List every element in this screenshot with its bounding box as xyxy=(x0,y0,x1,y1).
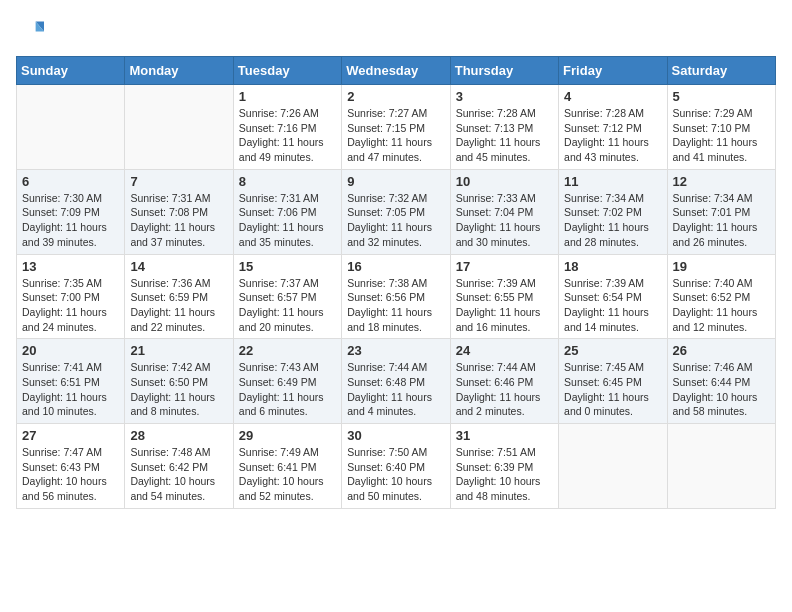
day-cell: 6Sunrise: 7:30 AM Sunset: 7:09 PM Daylig… xyxy=(17,169,125,254)
day-number: 30 xyxy=(347,428,444,443)
day-cell: 2Sunrise: 7:27 AM Sunset: 7:15 PM Daylig… xyxy=(342,85,450,170)
day-cell: 27Sunrise: 7:47 AM Sunset: 6:43 PM Dayli… xyxy=(17,424,125,509)
day-cell: 11Sunrise: 7:34 AM Sunset: 7:02 PM Dayli… xyxy=(559,169,667,254)
day-cell xyxy=(559,424,667,509)
header-day-wednesday: Wednesday xyxy=(342,57,450,85)
logo-icon xyxy=(16,16,44,44)
day-number: 5 xyxy=(673,89,770,104)
day-info: Sunrise: 7:40 AM Sunset: 6:52 PM Dayligh… xyxy=(673,276,770,335)
day-number: 1 xyxy=(239,89,336,104)
day-cell: 1Sunrise: 7:26 AM Sunset: 7:16 PM Daylig… xyxy=(233,85,341,170)
day-number: 2 xyxy=(347,89,444,104)
week-row-4: 20Sunrise: 7:41 AM Sunset: 6:51 PM Dayli… xyxy=(17,339,776,424)
header-day-thursday: Thursday xyxy=(450,57,558,85)
day-info: Sunrise: 7:28 AM Sunset: 7:12 PM Dayligh… xyxy=(564,106,661,165)
day-cell: 28Sunrise: 7:48 AM Sunset: 6:42 PM Dayli… xyxy=(125,424,233,509)
day-number: 14 xyxy=(130,259,227,274)
day-info: Sunrise: 7:47 AM Sunset: 6:43 PM Dayligh… xyxy=(22,445,119,504)
day-cell: 25Sunrise: 7:45 AM Sunset: 6:45 PM Dayli… xyxy=(559,339,667,424)
day-number: 19 xyxy=(673,259,770,274)
day-info: Sunrise: 7:30 AM Sunset: 7:09 PM Dayligh… xyxy=(22,191,119,250)
header-day-saturday: Saturday xyxy=(667,57,775,85)
day-cell xyxy=(125,85,233,170)
header-day-sunday: Sunday xyxy=(17,57,125,85)
day-cell: 29Sunrise: 7:49 AM Sunset: 6:41 PM Dayli… xyxy=(233,424,341,509)
day-cell: 4Sunrise: 7:28 AM Sunset: 7:12 PM Daylig… xyxy=(559,85,667,170)
day-info: Sunrise: 7:45 AM Sunset: 6:45 PM Dayligh… xyxy=(564,360,661,419)
day-cell: 30Sunrise: 7:50 AM Sunset: 6:40 PM Dayli… xyxy=(342,424,450,509)
day-info: Sunrise: 7:26 AM Sunset: 7:16 PM Dayligh… xyxy=(239,106,336,165)
day-number: 13 xyxy=(22,259,119,274)
day-cell: 9Sunrise: 7:32 AM Sunset: 7:05 PM Daylig… xyxy=(342,169,450,254)
day-number: 28 xyxy=(130,428,227,443)
day-cell: 5Sunrise: 7:29 AM Sunset: 7:10 PM Daylig… xyxy=(667,85,775,170)
day-number: 18 xyxy=(564,259,661,274)
header-day-monday: Monday xyxy=(125,57,233,85)
day-cell: 23Sunrise: 7:44 AM Sunset: 6:48 PM Dayli… xyxy=(342,339,450,424)
day-cell xyxy=(667,424,775,509)
day-cell: 17Sunrise: 7:39 AM Sunset: 6:55 PM Dayli… xyxy=(450,254,558,339)
day-info: Sunrise: 7:42 AM Sunset: 6:50 PM Dayligh… xyxy=(130,360,227,419)
day-info: Sunrise: 7:27 AM Sunset: 7:15 PM Dayligh… xyxy=(347,106,444,165)
day-info: Sunrise: 7:28 AM Sunset: 7:13 PM Dayligh… xyxy=(456,106,553,165)
day-cell: 26Sunrise: 7:46 AM Sunset: 6:44 PM Dayli… xyxy=(667,339,775,424)
day-cell: 22Sunrise: 7:43 AM Sunset: 6:49 PM Dayli… xyxy=(233,339,341,424)
day-number: 23 xyxy=(347,343,444,358)
day-number: 3 xyxy=(456,89,553,104)
day-info: Sunrise: 7:31 AM Sunset: 7:06 PM Dayligh… xyxy=(239,191,336,250)
week-row-3: 13Sunrise: 7:35 AM Sunset: 7:00 PM Dayli… xyxy=(17,254,776,339)
day-info: Sunrise: 7:34 AM Sunset: 7:01 PM Dayligh… xyxy=(673,191,770,250)
calendar-header: SundayMondayTuesdayWednesdayThursdayFrid… xyxy=(17,57,776,85)
day-number: 9 xyxy=(347,174,444,189)
day-number: 15 xyxy=(239,259,336,274)
day-cell: 10Sunrise: 7:33 AM Sunset: 7:04 PM Dayli… xyxy=(450,169,558,254)
day-number: 26 xyxy=(673,343,770,358)
day-info: Sunrise: 7:36 AM Sunset: 6:59 PM Dayligh… xyxy=(130,276,227,335)
day-number: 7 xyxy=(130,174,227,189)
day-cell: 14Sunrise: 7:36 AM Sunset: 6:59 PM Dayli… xyxy=(125,254,233,339)
day-number: 11 xyxy=(564,174,661,189)
day-number: 25 xyxy=(564,343,661,358)
day-info: Sunrise: 7:37 AM Sunset: 6:57 PM Dayligh… xyxy=(239,276,336,335)
day-cell: 20Sunrise: 7:41 AM Sunset: 6:51 PM Dayli… xyxy=(17,339,125,424)
day-number: 6 xyxy=(22,174,119,189)
day-info: Sunrise: 7:44 AM Sunset: 6:48 PM Dayligh… xyxy=(347,360,444,419)
day-cell: 21Sunrise: 7:42 AM Sunset: 6:50 PM Dayli… xyxy=(125,339,233,424)
day-cell: 8Sunrise: 7:31 AM Sunset: 7:06 PM Daylig… xyxy=(233,169,341,254)
calendar-table: SundayMondayTuesdayWednesdayThursdayFrid… xyxy=(16,56,776,509)
day-number: 31 xyxy=(456,428,553,443)
day-info: Sunrise: 7:39 AM Sunset: 6:54 PM Dayligh… xyxy=(564,276,661,335)
day-cell: 24Sunrise: 7:44 AM Sunset: 6:46 PM Dayli… xyxy=(450,339,558,424)
day-info: Sunrise: 7:41 AM Sunset: 6:51 PM Dayligh… xyxy=(22,360,119,419)
day-info: Sunrise: 7:32 AM Sunset: 7:05 PM Dayligh… xyxy=(347,191,444,250)
day-info: Sunrise: 7:50 AM Sunset: 6:40 PM Dayligh… xyxy=(347,445,444,504)
day-info: Sunrise: 7:29 AM Sunset: 7:10 PM Dayligh… xyxy=(673,106,770,165)
day-info: Sunrise: 7:34 AM Sunset: 7:02 PM Dayligh… xyxy=(564,191,661,250)
day-number: 27 xyxy=(22,428,119,443)
day-number: 29 xyxy=(239,428,336,443)
week-row-5: 27Sunrise: 7:47 AM Sunset: 6:43 PM Dayli… xyxy=(17,424,776,509)
day-number: 21 xyxy=(130,343,227,358)
calendar-body: 1Sunrise: 7:26 AM Sunset: 7:16 PM Daylig… xyxy=(17,85,776,509)
day-info: Sunrise: 7:39 AM Sunset: 6:55 PM Dayligh… xyxy=(456,276,553,335)
header-row: SundayMondayTuesdayWednesdayThursdayFrid… xyxy=(17,57,776,85)
day-cell: 18Sunrise: 7:39 AM Sunset: 6:54 PM Dayli… xyxy=(559,254,667,339)
day-info: Sunrise: 7:43 AM Sunset: 6:49 PM Dayligh… xyxy=(239,360,336,419)
day-number: 24 xyxy=(456,343,553,358)
day-cell: 12Sunrise: 7:34 AM Sunset: 7:01 PM Dayli… xyxy=(667,169,775,254)
day-number: 16 xyxy=(347,259,444,274)
day-info: Sunrise: 7:48 AM Sunset: 6:42 PM Dayligh… xyxy=(130,445,227,504)
day-cell: 31Sunrise: 7:51 AM Sunset: 6:39 PM Dayli… xyxy=(450,424,558,509)
day-info: Sunrise: 7:46 AM Sunset: 6:44 PM Dayligh… xyxy=(673,360,770,419)
day-info: Sunrise: 7:38 AM Sunset: 6:56 PM Dayligh… xyxy=(347,276,444,335)
logo xyxy=(16,16,48,44)
day-info: Sunrise: 7:35 AM Sunset: 7:00 PM Dayligh… xyxy=(22,276,119,335)
day-number: 17 xyxy=(456,259,553,274)
header-day-friday: Friday xyxy=(559,57,667,85)
week-row-1: 1Sunrise: 7:26 AM Sunset: 7:16 PM Daylig… xyxy=(17,85,776,170)
day-info: Sunrise: 7:44 AM Sunset: 6:46 PM Dayligh… xyxy=(456,360,553,419)
day-number: 22 xyxy=(239,343,336,358)
day-cell: 3Sunrise: 7:28 AM Sunset: 7:13 PM Daylig… xyxy=(450,85,558,170)
day-cell: 19Sunrise: 7:40 AM Sunset: 6:52 PM Dayli… xyxy=(667,254,775,339)
day-cell xyxy=(17,85,125,170)
